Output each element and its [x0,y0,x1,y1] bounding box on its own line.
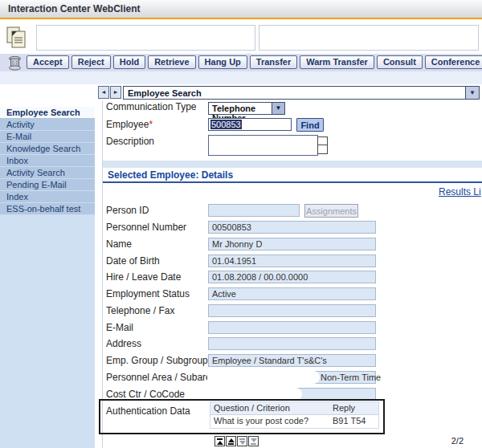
sidebar: Employee Search Activity E-Mail Knowledg… [0,107,95,448]
assignments-button[interactable]: Assignments [304,204,358,218]
form-row-address: Address [103,337,482,350]
view-select-value: Employee Search [128,88,202,98]
telephone-fax-label: Telephone / Fax [106,305,174,316]
form-row-personnel-area-subarea: Personnel Area / Subarea Non-Term Time [103,371,482,384]
hold-button[interactable]: Hold [113,55,145,69]
section-title: Selected Employee: Details [108,169,233,181]
sidebar-item-ess-on-behalf-test[interactable]: ESS-on-behalf test [0,203,95,215]
spacer-band [0,71,482,84]
reply-cell: B91 T54 [333,415,377,428]
question-cell: What is your post code? [210,415,333,428]
hire-leave-date-label: Hire / Leave Date [106,271,181,283]
date-of-birth-label: Date of Birth [106,255,160,267]
chevron-down-icon[interactable]: ▼ [272,103,284,114]
personnel-number-label: Personnel Number [106,222,186,233]
email-field [208,321,376,334]
telephone-fax-field [208,304,376,317]
page-down-icon[interactable] [237,436,247,446]
nav-forward-icon[interactable]: ► [110,86,121,99]
table-pager [214,436,259,446]
communication-type-select[interactable]: Telephone Number ▼ [208,102,285,115]
form-row-emp-group-subgroup: Emp. Group / Subgroup Employee / Standar… [103,354,482,367]
details-section-header: Selected Employee: Details [103,169,482,183]
employment-status-field: Active [208,287,376,300]
textarea-scrollbar[interactable] [317,136,328,154]
description-textarea[interactable] [208,135,318,156]
name-field: Mr Jhonny D [208,238,376,250]
form-row-date-of-birth: Date of Birth 01.04.1951 [103,255,482,267]
scroll-icon [7,55,22,72]
sidebar-item-employee-search[interactable]: Employee Search [0,107,95,119]
employment-status-label: Employment Status [106,288,190,299]
name-label: Name [106,238,132,250]
page-count: 2/2 [451,436,464,446]
sidebar-item-inbox[interactable]: Inbox [0,155,95,167]
employee-label: Employee* [106,119,153,130]
warm-transfer-button[interactable]: Warm Transfer [300,55,374,69]
reject-button[interactable]: Reject [71,55,111,69]
find-button[interactable]: Find [296,118,324,132]
sidebar-item-activity[interactable]: Activity [0,119,95,131]
title-bar: Interaction Center WebClient [0,0,482,19]
hangup-button[interactable]: Hang Up [198,55,247,69]
address-label: Address [106,338,141,349]
form-row-email: E-Mail [103,321,482,334]
form-row-name: Name Mr Jhonny D [103,238,482,250]
emp-group-subgroup-label: Emp. Group / Subgroup [106,355,208,366]
sidebar-item-knowledge-search[interactable]: Knowledge Search [0,143,95,155]
sidebar-item-pending-email[interactable]: Pending E-Mail [0,179,95,191]
transfer-button[interactable]: Transfer [250,55,297,69]
question-criterion-header: Question / Criterion [210,402,333,414]
table-header-row: Question / Criterion Reply [210,402,378,415]
sidebar-item-activity-search[interactable]: Activity Search [0,167,95,179]
email-label: E-Mail [106,322,133,333]
form-row-personnel-number: Personnel Number 00500853 [103,221,482,234]
reply-header: Reply [333,402,377,414]
personnel-number-field: 00500853 [208,221,376,234]
view-select[interactable]: Employee Search ▼ [123,86,480,100]
hire-leave-date-field: 01.08.2008 / 00.00.0000 [208,271,376,283]
cost-ctr-cocode-label: Cost Ctr / CoCode [106,389,185,400]
app-window: Interaction Center WebClient [0,0,482,448]
redaction-overlay [207,371,320,384]
form-row-hire-leave-date: Hire / Leave Date 01.08.2008 / 00.00.000… [103,271,482,283]
authentication-table: Question / Criterion Reply What is your … [210,401,379,429]
main-panel: Communication Type Telephone Number ▼ Em… [102,101,482,448]
form-row-telephone-fax: Telephone / Fax [103,304,482,317]
required-marker: * [149,119,153,130]
context-area-right [259,25,479,51]
table-row: What is your post code? B91 T54 [210,415,378,428]
description-label: Description [106,136,154,147]
conference-button[interactable]: Conference [425,55,482,69]
sidebar-item-email[interactable]: E-Mail [0,131,95,143]
first-row-icon[interactable] [214,436,225,446]
page-up-icon[interactable] [226,436,236,446]
context-row [0,21,482,54]
form-row-employment-status: Employment Status Active [103,287,482,300]
employee-input-value: 500853 [210,120,242,129]
personnel-area-subarea-label: Personnel Area / Subarea [106,372,216,383]
authentication-data-label: Authentication Data [106,405,190,417]
results-list-link[interactable]: Results Li [439,186,481,198]
context-area-left [36,25,255,51]
section-separator [103,161,482,168]
address-field [208,337,376,350]
chevron-down-icon[interactable]: ▼ [465,87,479,99]
retrieve-button[interactable]: Retrieve [148,55,195,69]
nav-back-icon[interactable]: ◄ [98,86,109,99]
telephony-toolbar: Accept Reject Hold Retrieve Hang Up Tran… [0,54,482,71]
clipboard-icon [6,26,27,51]
communication-type-label: Communication Type [106,101,197,112]
personnel-area-subarea-field: Non-Term Time [208,371,376,384]
emp-group-subgroup-field: Employee / Standard T's&C's [208,354,376,367]
accept-button[interactable]: Accept [27,55,69,69]
date-of-birth-field: 01.04.1951 [208,255,376,267]
view-nav-row: ◄ ► Employee Search ▼ [0,84,482,101]
sidebar-item-index[interactable]: Index [0,191,95,203]
last-row-icon[interactable] [248,436,259,446]
consult-button[interactable]: Consult [377,55,423,69]
person-id-field [208,204,300,217]
form-row-person-id: Person ID Assignments [103,204,482,217]
employee-input[interactable]: 500853 [208,118,292,131]
person-id-label: Person ID [106,205,149,216]
